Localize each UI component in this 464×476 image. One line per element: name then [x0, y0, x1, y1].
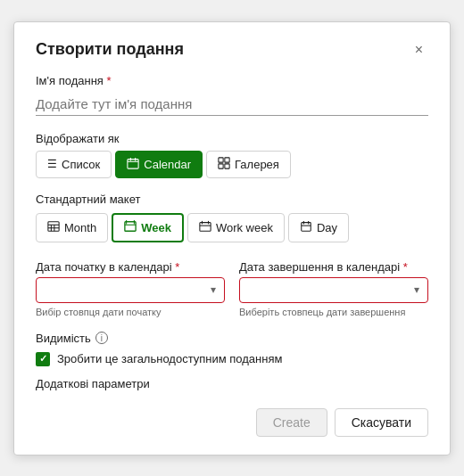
layout-label: Стандартний макет — [36, 193, 428, 206]
svg-rect-5 — [225, 157, 229, 161]
visibility-section: Видимість i Зробити це загальнодоступним… — [36, 332, 428, 366]
required-star: * — [104, 74, 112, 87]
view-name-input[interactable] — [36, 93, 428, 116]
end-date-field: Дата завершення в календарі * Виберіть с… — [239, 260, 428, 317]
display-gallery-label: Галерея — [235, 158, 279, 171]
create-button: Create — [256, 408, 327, 437]
layout-section: Стандартний макет Month — [36, 193, 428, 242]
view-name-label: Ім'я подання * — [36, 74, 428, 87]
layout-month-button[interactable]: Month — [36, 213, 108, 242]
month-icon — [47, 220, 60, 235]
display-as-group: ☰ Список Calendar — [36, 151, 428, 178]
workweek-icon — [199, 220, 211, 235]
dialog-title: Створити подання — [36, 40, 184, 59]
svg-rect-21 — [302, 222, 311, 231]
layout-group: Month Week — [36, 213, 428, 242]
week-icon — [124, 220, 137, 235]
end-date-hint: Виберіть стовпець дати завершення — [239, 307, 428, 317]
view-name-section: Ім'я подання * — [36, 74, 428, 132]
layout-month-label: Month — [64, 221, 96, 234]
visibility-checkbox-label: Зробити це загальнодоступним поданням — [57, 352, 282, 365]
cancel-button[interactable]: Скасувати — [335, 408, 428, 437]
display-as-label: Відображати як — [36, 132, 428, 145]
display-list-label: Список — [62, 158, 100, 171]
visibility-label: Видимість i — [36, 332, 428, 345]
date-row: Дата початку в календарі * Вибір стовпця… — [36, 260, 428, 317]
svg-rect-4 — [219, 157, 223, 161]
info-icon: i — [95, 332, 108, 344]
svg-rect-17 — [200, 222, 211, 231]
additional-params[interactable]: Додаткові параметри — [36, 377, 428, 390]
end-date-select[interactable] — [239, 277, 428, 303]
day-icon — [300, 220, 312, 235]
layout-day-button[interactable]: Day — [288, 213, 349, 242]
gallery-icon — [218, 157, 230, 172]
layout-workweek-button[interactable]: Work week — [187, 213, 285, 242]
display-calendar-label: Calendar — [144, 158, 191, 171]
svg-rect-0 — [128, 159, 138, 168]
dialog-footer: Create Скасувати — [36, 408, 428, 437]
end-date-label: Дата завершення в календарі * — [239, 260, 428, 274]
close-button[interactable]: × — [410, 40, 428, 60]
display-calendar-button[interactable]: Calendar — [115, 151, 203, 178]
svg-rect-6 — [219, 163, 223, 168]
svg-rect-7 — [225, 163, 229, 168]
layout-week-label: Week — [141, 221, 171, 234]
create-view-dialog: Створити подання × Ім'я подання * Відобр… — [13, 21, 451, 455]
start-date-select-wrapper — [36, 277, 225, 303]
display-as-section: Відображати як ☰ Список Calendar — [36, 132, 428, 178]
layout-workweek-label: Work week — [216, 221, 273, 234]
start-date-label: Дата початку в календарі * — [36, 260, 225, 274]
dialog-header: Створити подання × — [36, 40, 428, 60]
calendar-icon — [127, 157, 139, 172]
start-date-field: Дата початку в календарі * Вибір стовпця… — [36, 260, 225, 317]
list-icon: ☰ — [47, 158, 57, 170]
start-date-hint: Вибір стовпця дати початку — [36, 307, 225, 317]
visibility-checkbox-row[interactable]: Зробити це загальнодоступним поданням — [36, 352, 428, 366]
visibility-checkbox[interactable] — [36, 352, 50, 366]
start-date-select[interactable] — [36, 277, 225, 303]
display-list-button[interactable]: ☰ Список — [36, 151, 112, 178]
display-gallery-button[interactable]: Галерея — [206, 151, 291, 178]
end-date-select-wrapper — [239, 277, 428, 303]
layout-week-button[interactable]: Week — [112, 213, 184, 242]
svg-rect-8 — [48, 221, 59, 231]
layout-day-label: Day — [317, 221, 337, 234]
